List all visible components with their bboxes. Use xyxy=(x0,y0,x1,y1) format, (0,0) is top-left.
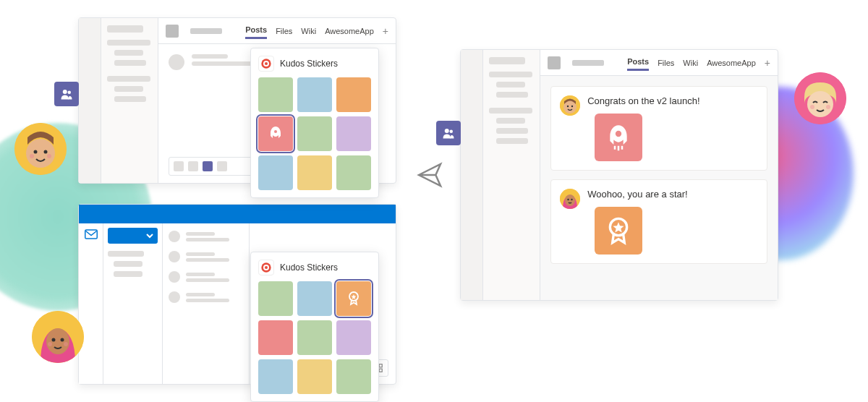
sticker-picker-popup: Kudos Stickers xyxy=(250,48,379,198)
channel-name-placeholder xyxy=(190,28,222,34)
sticker-tile[interactable] xyxy=(336,281,371,316)
teams-rail-icon[interactable] xyxy=(54,82,79,106)
svg-point-8 xyxy=(52,338,56,342)
outlook-titlebar xyxy=(79,205,396,223)
svg-point-11 xyxy=(64,342,68,346)
svg-rect-22 xyxy=(85,230,97,239)
svg-point-31 xyxy=(445,129,449,133)
post-text: Woohoo, you are a star! xyxy=(587,189,758,200)
svg-point-7 xyxy=(46,328,69,354)
channel-sidebar xyxy=(483,50,540,300)
svg-point-9 xyxy=(61,338,64,342)
svg-point-15 xyxy=(826,105,830,109)
outlook-sidebar xyxy=(103,223,163,384)
sticker-tile[interactable] xyxy=(258,281,293,316)
app-rail xyxy=(79,18,101,183)
rocket-sticker xyxy=(595,114,642,161)
sticker-button[interactable] xyxy=(203,161,213,171)
message-feed: Congrats on the v2 launch! Woohoo, you a… xyxy=(540,76,778,300)
sticker-tile[interactable] xyxy=(258,359,293,394)
teams-result-window: Posts Files Wiki AwesomeApp + Congrats o… xyxy=(460,49,778,301)
outlook-rail xyxy=(79,223,103,384)
sticker-tile[interactable] xyxy=(258,77,293,112)
tab-files[interactable]: Files xyxy=(276,24,292,38)
sticker-tile[interactable] xyxy=(297,77,332,112)
tab-wiki[interactable]: Wiki xyxy=(683,56,698,70)
kudos-app-icon xyxy=(258,56,274,72)
kudos-app-icon xyxy=(258,260,274,275)
add-tab-button[interactable]: + xyxy=(765,57,770,69)
svg-point-2 xyxy=(34,150,38,154)
sticker-tile[interactable] xyxy=(297,155,332,190)
post-item: Congrats on the v2 launch! xyxy=(550,86,767,171)
sticker-tile[interactable] xyxy=(336,77,371,112)
channel-sidebar xyxy=(101,18,158,183)
svg-point-20 xyxy=(265,62,268,65)
popup-title: Kudos Stickers xyxy=(280,59,338,69)
tab-posts[interactable]: Posts xyxy=(627,54,649,71)
svg-point-16 xyxy=(63,90,67,94)
add-tab-button[interactable]: + xyxy=(383,25,388,37)
svg-point-13 xyxy=(807,91,833,117)
sticker-tile[interactable] xyxy=(336,116,371,151)
sticker-tile[interactable] xyxy=(336,320,371,355)
sticker-picker-popup: Kudos Stickers xyxy=(250,252,379,402)
send-arrow-icon xyxy=(415,161,444,192)
list-item[interactable] xyxy=(169,231,243,242)
message-avatar-placeholder xyxy=(169,54,184,70)
svg-point-21 xyxy=(274,130,277,133)
avatar-user-2 xyxy=(32,311,84,363)
avatar-user-1 xyxy=(14,123,67,175)
post-text: Congrats on the v2 launch! xyxy=(587,95,758,106)
teams-rail-icon[interactable] xyxy=(436,121,461,145)
mail-icon[interactable] xyxy=(85,229,98,239)
avatar-user-3 xyxy=(794,72,846,124)
sticker-tile[interactable] xyxy=(297,116,332,151)
svg-point-29 xyxy=(265,266,268,269)
star-badge-sticker xyxy=(595,207,642,255)
sticker-tile[interactable] xyxy=(297,281,332,316)
svg-point-17 xyxy=(68,91,72,95)
post-avatar xyxy=(560,189,580,209)
svg-point-32 xyxy=(450,130,454,134)
svg-point-41 xyxy=(571,199,572,200)
list-item[interactable] xyxy=(169,271,243,283)
list-item[interactable] xyxy=(169,291,243,303)
post-avatar xyxy=(560,95,580,116)
sticker-tile[interactable] xyxy=(258,116,293,151)
new-mail-button[interactable] xyxy=(108,228,158,244)
compose-box[interactable] xyxy=(169,157,263,176)
tab-awesomeapp[interactable]: AwesomeApp xyxy=(325,24,374,38)
svg-point-40 xyxy=(567,199,569,200)
svg-point-10 xyxy=(48,342,52,346)
sticker-tile[interactable] xyxy=(297,320,332,355)
list-item[interactable] xyxy=(169,251,243,262)
svg-rect-26 xyxy=(379,369,382,372)
sticker-tile[interactable] xyxy=(336,359,371,394)
svg-point-39 xyxy=(565,194,575,206)
tab-bar: Posts Files Wiki AwesomeApp + xyxy=(540,50,778,76)
outlook-message-list xyxy=(163,223,250,384)
svg-point-14 xyxy=(810,105,814,109)
svg-point-35 xyxy=(567,106,569,107)
app-rail xyxy=(461,50,483,300)
channel-name-placeholder xyxy=(572,60,604,66)
svg-point-1 xyxy=(26,139,55,168)
svg-point-37 xyxy=(616,131,621,137)
tab-posts[interactable]: Posts xyxy=(245,22,267,39)
tab-files[interactable]: Files xyxy=(658,56,674,70)
sticker-tile[interactable] xyxy=(336,155,371,190)
svg-point-4 xyxy=(30,154,34,158)
tab-wiki[interactable]: Wiki xyxy=(301,24,316,38)
svg-point-3 xyxy=(44,150,48,154)
post-item: Woohoo, you are a star! xyxy=(550,179,767,264)
sticker-tile[interactable] xyxy=(258,320,293,355)
popup-title: Kudos Stickers xyxy=(280,262,338,273)
tab-awesomeapp[interactable]: AwesomeApp xyxy=(707,56,756,70)
sticker-tile[interactable] xyxy=(258,155,293,190)
svg-rect-24 xyxy=(379,364,382,367)
channel-avatar xyxy=(166,25,179,38)
channel-avatar xyxy=(548,56,561,69)
sticker-tile[interactable] xyxy=(297,359,332,394)
chevron-down-icon xyxy=(146,232,153,239)
